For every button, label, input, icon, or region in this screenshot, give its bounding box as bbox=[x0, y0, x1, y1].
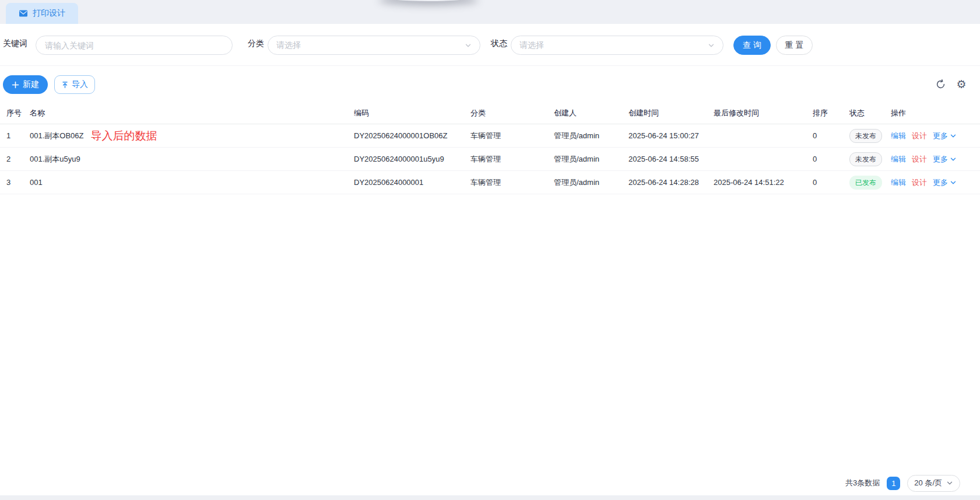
cell-created-at: 2025-06-24 15:00:27 bbox=[628, 131, 714, 140]
column-header: 操作 bbox=[891, 108, 974, 118]
column-header: 最后修改时间 bbox=[714, 108, 813, 118]
cell-status: 已发布 bbox=[849, 176, 891, 190]
cell-code: DY20250624000001u5yu9 bbox=[354, 155, 470, 163]
status-label: 状态 bbox=[491, 39, 507, 49]
tab-print-design[interactable]: 打印设计 bbox=[6, 3, 78, 24]
page-size-label: 20 条/页 bbox=[914, 478, 942, 488]
table-row: 3 001 DY20250624000001 车辆管理 管理员/admin 20… bbox=[0, 171, 980, 194]
category-label: 分类 bbox=[248, 39, 264, 49]
cell-code: DY20250624000001 bbox=[354, 178, 470, 187]
chevron-down-icon bbox=[465, 42, 472, 49]
keyword-label: 关键词 bbox=[3, 39, 27, 49]
bottom-strip bbox=[0, 495, 980, 500]
edit-link[interactable]: 编辑 bbox=[891, 177, 906, 188]
table-body: 1 001.副本OB06Z 导入后的数据 DY20250624000001OB0… bbox=[0, 124, 980, 194]
table-header: 序号名称编码分类创建人创建时间最后修改时间排序状态操作 bbox=[0, 102, 980, 124]
plus-icon bbox=[12, 81, 19, 89]
cell-created-at: 2025-06-24 14:28:28 bbox=[628, 178, 714, 187]
upload-icon bbox=[61, 81, 69, 89]
cell-actions: 编辑 设计 更多 bbox=[891, 154, 974, 165]
chevron-down-icon bbox=[708, 42, 715, 49]
cell-name: 001.副本u5yu9 bbox=[30, 154, 354, 165]
status-badge: 未发布 bbox=[849, 152, 882, 166]
column-header: 创建时间 bbox=[628, 108, 714, 118]
refresh-icon[interactable] bbox=[934, 78, 947, 90]
annotation-text: 导入后的数据 bbox=[91, 128, 157, 144]
cell-status: 未发布 bbox=[849, 129, 891, 143]
cell-modified-at: 2025-06-24 14:51:22 bbox=[714, 178, 813, 187]
tab-bar: 打印设计 bbox=[0, 0, 980, 24]
design-link[interactable]: 设计 bbox=[912, 177, 927, 188]
chevron-down-icon bbox=[946, 480, 953, 487]
chevron-down-icon bbox=[950, 179, 957, 186]
design-link[interactable]: 设计 bbox=[912, 154, 927, 165]
cell-name: 001.副本OB06Z 导入后的数据 bbox=[30, 128, 354, 144]
cell-creator: 管理员/admin bbox=[554, 177, 628, 188]
more-link[interactable]: 更多 bbox=[933, 154, 957, 165]
cell-index: 2 bbox=[0, 155, 30, 163]
record-name: 001 bbox=[30, 178, 43, 187]
column-header: 序号 bbox=[0, 108, 30, 118]
reset-button[interactable]: 重 置 bbox=[776, 36, 813, 55]
cell-category: 车辆管理 bbox=[470, 131, 554, 141]
cell-code: DY20250624000001OB06Z bbox=[354, 131, 470, 140]
more-link[interactable]: 更多 bbox=[933, 177, 957, 188]
category-select-placeholder: 请选择 bbox=[276, 40, 465, 51]
column-header: 排序 bbox=[813, 108, 849, 118]
cell-sort: 0 bbox=[813, 178, 849, 187]
page-size-select[interactable]: 20 条/页 bbox=[907, 475, 960, 492]
cell-category: 车辆管理 bbox=[470, 177, 554, 188]
new-button[interactable]: 新建 bbox=[3, 75, 48, 94]
table-row: 1 001.副本OB06Z 导入后的数据 DY20250624000001OB0… bbox=[0, 124, 980, 148]
chevron-down-icon bbox=[950, 156, 957, 163]
filter-bar: 关键词 分类 请选择 状态 请选择 查 询 重 置 bbox=[0, 24, 980, 66]
cell-index: 3 bbox=[0, 178, 30, 187]
column-header: 状态 bbox=[849, 108, 891, 118]
import-button-label: 导入 bbox=[72, 79, 88, 90]
more-link-label: 更多 bbox=[933, 131, 948, 141]
toolbar: 新建 导入 ⚙ bbox=[0, 66, 980, 102]
status-badge: 未发布 bbox=[849, 129, 882, 143]
keyword-input[interactable] bbox=[36, 36, 233, 55]
record-name: 001.副本OB06Z bbox=[30, 131, 84, 141]
table-row: 2 001.副本u5yu9 DY20250624000001u5yu9 车辆管理… bbox=[0, 148, 980, 171]
import-button[interactable]: 导入 bbox=[54, 75, 95, 94]
search-button[interactable]: 查 询 bbox=[733, 36, 771, 55]
total-count-text: 共3条数据 bbox=[845, 478, 880, 488]
status-select[interactable]: 请选择 bbox=[511, 36, 723, 55]
cell-creator: 管理员/admin bbox=[554, 131, 628, 141]
page-number-button[interactable]: 1 bbox=[887, 477, 900, 490]
tab-label: 打印设计 bbox=[33, 8, 65, 19]
column-header: 编码 bbox=[354, 108, 470, 118]
more-link-label: 更多 bbox=[933, 154, 948, 165]
category-select[interactable]: 请选择 bbox=[268, 36, 480, 55]
column-header: 名称 bbox=[30, 108, 354, 118]
cell-status: 未发布 bbox=[849, 152, 891, 166]
more-link[interactable]: 更多 bbox=[933, 131, 957, 141]
cell-actions: 编辑 设计 更多 bbox=[891, 177, 974, 188]
new-button-label: 新建 bbox=[23, 79, 39, 90]
more-link-label: 更多 bbox=[933, 177, 948, 188]
print-design-tab-icon bbox=[19, 9, 28, 18]
cell-actions: 编辑 设计 更多 bbox=[891, 131, 974, 141]
cell-created-at: 2025-06-24 14:58:55 bbox=[628, 155, 714, 163]
column-header: 分类 bbox=[470, 108, 554, 118]
gear-icon[interactable]: ⚙ bbox=[955, 78, 968, 90]
cell-creator: 管理员/admin bbox=[554, 154, 628, 165]
cell-sort: 0 bbox=[813, 155, 849, 163]
status-badge: 已发布 bbox=[849, 176, 882, 190]
chevron-down-icon bbox=[950, 132, 957, 139]
cell-index: 1 bbox=[0, 131, 30, 140]
edit-link[interactable]: 编辑 bbox=[891, 154, 906, 165]
design-link[interactable]: 设计 bbox=[912, 131, 927, 141]
edit-link[interactable]: 编辑 bbox=[891, 131, 906, 141]
record-name: 001.副本u5yu9 bbox=[30, 154, 80, 165]
column-header: 创建人 bbox=[554, 108, 628, 118]
status-select-placeholder: 请选择 bbox=[519, 40, 708, 51]
cell-sort: 0 bbox=[813, 131, 849, 140]
cell-category: 车辆管理 bbox=[470, 154, 554, 165]
cell-name: 001 bbox=[30, 178, 354, 187]
records-table: 序号名称编码分类创建人创建时间最后修改时间排序状态操作 1 001.副本OB06… bbox=[0, 102, 980, 194]
pagination: 共3条数据 1 20 条/页 bbox=[845, 474, 960, 492]
